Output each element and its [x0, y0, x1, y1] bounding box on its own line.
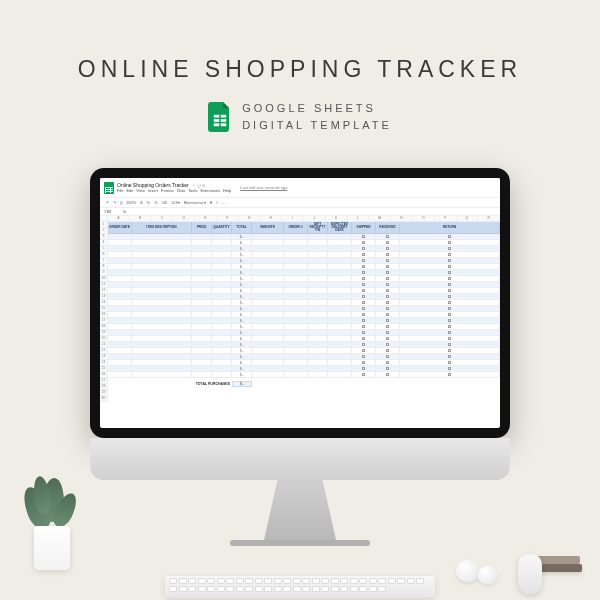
cell[interactable] — [132, 240, 192, 245]
cell[interactable] — [376, 348, 400, 353]
checkbox[interactable] — [448, 277, 451, 280]
cell[interactable] — [400, 354, 500, 359]
cell[interactable] — [212, 294, 232, 299]
checkbox[interactable] — [362, 301, 365, 304]
cell[interactable] — [284, 258, 308, 263]
checkbox[interactable] — [448, 361, 451, 364]
column-header[interactable]: RETURN — [400, 222, 500, 233]
cell[interactable] — [376, 336, 400, 341]
checkbox[interactable] — [386, 331, 389, 334]
cell[interactable] — [352, 318, 376, 323]
cell[interactable] — [192, 252, 212, 257]
cell[interactable] — [308, 258, 328, 263]
cell[interactable] — [400, 240, 500, 245]
column-letter[interactable]: E — [195, 216, 217, 221]
cell[interactable] — [252, 324, 284, 329]
cell[interactable] — [252, 372, 284, 377]
column-header[interactable]: QUANTITY — [212, 222, 232, 233]
cell[interactable] — [132, 276, 192, 281]
column-header[interactable]: GIFT RECEIPT? Y/N — [308, 222, 328, 233]
cell[interactable]: $ - — [232, 354, 252, 359]
cell[interactable] — [212, 288, 232, 293]
cell[interactable] — [400, 294, 500, 299]
checkbox[interactable] — [386, 361, 389, 364]
cell[interactable] — [328, 330, 352, 335]
cell[interactable] — [108, 360, 132, 365]
cell[interactable] — [352, 234, 376, 239]
cell[interactable] — [252, 342, 284, 347]
checkbox[interactable] — [362, 247, 365, 250]
cell[interactable] — [284, 246, 308, 251]
cell[interactable]: $ - — [232, 324, 252, 329]
cell[interactable] — [192, 270, 212, 275]
checkbox[interactable] — [386, 247, 389, 250]
cell[interactable]: $ - — [232, 288, 252, 293]
cell[interactable] — [284, 366, 308, 371]
cell[interactable] — [400, 234, 500, 239]
column-header[interactable]: EXPECTED DELIVERY DATE — [328, 222, 352, 233]
cell[interactable] — [308, 360, 328, 365]
cell[interactable] — [132, 234, 192, 239]
checkbox[interactable] — [362, 331, 365, 334]
cell[interactable] — [376, 318, 400, 323]
cell[interactable] — [328, 246, 352, 251]
cell[interactable] — [132, 288, 192, 293]
cell[interactable] — [328, 360, 352, 365]
column-letter[interactable]: F — [217, 216, 239, 221]
cell[interactable] — [352, 312, 376, 317]
checkbox[interactable] — [362, 343, 365, 346]
cell[interactable] — [192, 294, 212, 299]
cell[interactable] — [308, 372, 328, 377]
cell[interactable] — [400, 348, 500, 353]
cell[interactable] — [376, 294, 400, 299]
cell[interactable] — [400, 252, 500, 257]
cell[interactable] — [328, 354, 352, 359]
cell[interactable] — [212, 324, 232, 329]
cell[interactable] — [328, 300, 352, 305]
cell[interactable]: $ - — [232, 240, 252, 245]
dec-dec-button[interactable]: .00 — [161, 200, 167, 205]
column-header[interactable]: SHIPPED — [352, 222, 376, 233]
cell[interactable] — [328, 372, 352, 377]
checkbox[interactable] — [386, 241, 389, 244]
cell[interactable] — [132, 300, 192, 305]
cell[interactable] — [252, 294, 284, 299]
cell[interactable] — [284, 348, 308, 353]
cell[interactable] — [192, 354, 212, 359]
cell[interactable] — [108, 306, 132, 311]
cell[interactable] — [132, 252, 192, 257]
cell[interactable] — [376, 324, 400, 329]
cell[interactable] — [284, 360, 308, 365]
column-header[interactable]: TOTAL — [232, 222, 252, 233]
checkbox[interactable] — [448, 373, 451, 376]
cell[interactable] — [108, 258, 132, 263]
cell[interactable] — [108, 288, 132, 293]
column-letter[interactable]: I — [282, 216, 304, 221]
column-letter[interactable]: B — [130, 216, 152, 221]
cell[interactable] — [400, 270, 500, 275]
cell[interactable] — [252, 336, 284, 341]
checkbox[interactable] — [362, 265, 365, 268]
cell[interactable] — [352, 288, 376, 293]
cell[interactable] — [108, 276, 132, 281]
cell[interactable] — [376, 252, 400, 257]
cell[interactable] — [376, 300, 400, 305]
cell[interactable]: $ - — [232, 282, 252, 287]
cell[interactable] — [192, 318, 212, 323]
cell[interactable] — [352, 306, 376, 311]
table-row[interactable]: $ - — [108, 372, 500, 378]
cell[interactable] — [352, 252, 376, 257]
cell[interactable] — [108, 342, 132, 347]
cell[interactable] — [376, 288, 400, 293]
checkbox[interactable] — [448, 271, 451, 274]
cell[interactable] — [108, 336, 132, 341]
cell[interactable] — [252, 300, 284, 305]
cell[interactable] — [352, 324, 376, 329]
cell[interactable] — [284, 294, 308, 299]
cell[interactable] — [400, 306, 500, 311]
checkbox[interactable] — [448, 235, 451, 238]
cell[interactable] — [252, 312, 284, 317]
column-header[interactable]: PRICE — [192, 222, 212, 233]
cell[interactable]: $ - — [232, 294, 252, 299]
checkbox[interactable] — [362, 337, 365, 340]
